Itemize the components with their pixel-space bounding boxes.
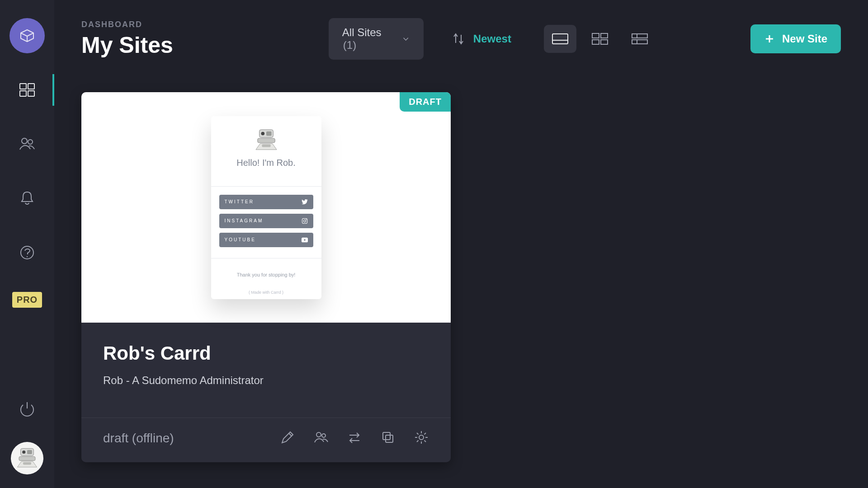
view-list[interactable] (623, 25, 656, 53)
sort-label: Newest (473, 33, 511, 45)
preview-btn-instagram: INSTAGRAM (219, 214, 313, 228)
filter-dropdown[interactable]: All Sites (1) (329, 18, 424, 60)
view-grid-icon (591, 32, 609, 46)
main: DASHBOARD My Sites All Sites (1) Newest (54, 0, 868, 488)
svg-rect-1 (28, 84, 34, 89)
site-actions (280, 430, 429, 447)
edit-button[interactable] (280, 430, 295, 447)
filter-label: All Sites (342, 26, 382, 38)
breadcrumb: DASHBOARD (81, 20, 173, 29)
svg-rect-20 (632, 40, 647, 44)
preview-footer: Thank you for stopping by! (211, 272, 321, 277)
youtube-icon (302, 237, 308, 243)
svg-rect-18 (601, 40, 608, 44)
preview-robot-icon (253, 129, 279, 151)
svg-point-29 (303, 220, 306, 222)
view-mode-group (544, 25, 656, 53)
site-card[interactable]: DRAFT Hello! I'm Rob. (81, 92, 451, 462)
site-description: Rob - A Sudomemo Administrator (103, 374, 429, 387)
pencil-icon (280, 430, 295, 445)
svg-point-24 (261, 131, 264, 135)
site-card-body: Rob's Carrd Rob - A Sudomemo Administrat… (81, 323, 451, 402)
gear-icon (414, 430, 429, 445)
sort-button[interactable]: Newest (452, 32, 511, 46)
preview-mockup: Hello! I'm Rob. TWITTER INSTAGRAM (211, 116, 321, 299)
new-site-button[interactable]: New Site (750, 24, 841, 53)
avatar-robot-icon (15, 447, 39, 469)
sites-grid: DRAFT Hello! I'm Rob. (81, 92, 841, 462)
power-icon (18, 399, 36, 418)
swap-icon (347, 430, 362, 445)
svg-rect-13 (552, 34, 568, 44)
svg-point-7 (27, 256, 28, 257)
left-rail: PRO (0, 0, 54, 488)
copy-icon (380, 430, 396, 445)
svg-rect-34 (383, 432, 390, 440)
preview-greeting: Hello! I'm Rob. (211, 158, 321, 168)
svg-rect-15 (592, 33, 599, 38)
nav-logout[interactable] (18, 399, 36, 419)
bell-icon (18, 189, 36, 207)
svg-rect-3 (28, 91, 34, 96)
nav-team[interactable] (0, 128, 54, 160)
sort-icon (452, 32, 465, 46)
view-list-icon (631, 32, 648, 46)
nav-help[interactable] (0, 237, 54, 268)
view-large-cards[interactable] (544, 25, 576, 53)
preview-madewith: ( Made with Carrd ) (211, 290, 321, 295)
instagram-icon (302, 218, 308, 224)
svg-point-32 (316, 432, 321, 437)
help-icon (18, 244, 36, 262)
preview-btn-twitter: TWITTER (219, 195, 313, 209)
filter-count: (1) (343, 39, 356, 51)
plus-icon (764, 33, 775, 44)
people-icon (313, 430, 329, 445)
chevron-down-icon (402, 34, 410, 44)
new-site-label: New Site (782, 33, 827, 45)
nav-notifications[interactable] (0, 183, 54, 214)
page-title: My Sites (81, 32, 173, 58)
svg-rect-17 (592, 40, 599, 44)
svg-rect-25 (266, 131, 272, 136)
settings-button[interactable] (414, 430, 429, 447)
site-title: Rob's Carrd (103, 343, 429, 364)
dashboard-icon (18, 81, 36, 99)
avatar[interactable] (11, 442, 43, 474)
svg-rect-19 (632, 34, 647, 38)
svg-rect-2 (20, 91, 26, 96)
team-icon (18, 135, 36, 153)
svg-point-9 (22, 450, 25, 454)
svg-rect-12 (23, 462, 31, 465)
titles: DASHBOARD My Sites (81, 20, 173, 58)
svg-rect-16 (601, 33, 608, 38)
nav-dashboard[interactable] (0, 74, 54, 106)
logo-icon (18, 27, 36, 45)
header: DASHBOARD My Sites All Sites (1) Newest (81, 18, 841, 60)
svg-rect-10 (27, 450, 32, 454)
duplicate-button[interactable] (380, 430, 396, 447)
nav (0, 74, 54, 268)
app-logo[interactable] (9, 18, 45, 53)
svg-rect-0 (20, 84, 26, 89)
svg-point-30 (306, 219, 307, 220)
view-large-icon (552, 32, 569, 46)
svg-rect-35 (386, 435, 393, 442)
twitter-icon (302, 199, 308, 205)
site-status: draft (offline) (103, 431, 174, 446)
svg-rect-26 (257, 138, 274, 143)
status-badge: DRAFT (400, 92, 451, 112)
svg-point-33 (322, 434, 326, 437)
view-grid[interactable] (584, 25, 616, 53)
svg-point-36 (419, 435, 424, 440)
svg-point-4 (22, 138, 27, 144)
rail-bottom (0, 399, 54, 474)
svg-rect-27 (262, 144, 270, 147)
transfer-button[interactable] (347, 430, 362, 447)
preview-btn-youtube: YOUTUBE (219, 233, 313, 247)
svg-rect-11 (19, 456, 35, 460)
pro-badge[interactable]: PRO (12, 292, 42, 308)
site-card-footer: draft (offline) (81, 418, 451, 462)
site-preview: DRAFT Hello! I'm Rob. (81, 92, 451, 323)
svg-point-5 (28, 140, 33, 144)
share-button[interactable] (313, 430, 329, 447)
